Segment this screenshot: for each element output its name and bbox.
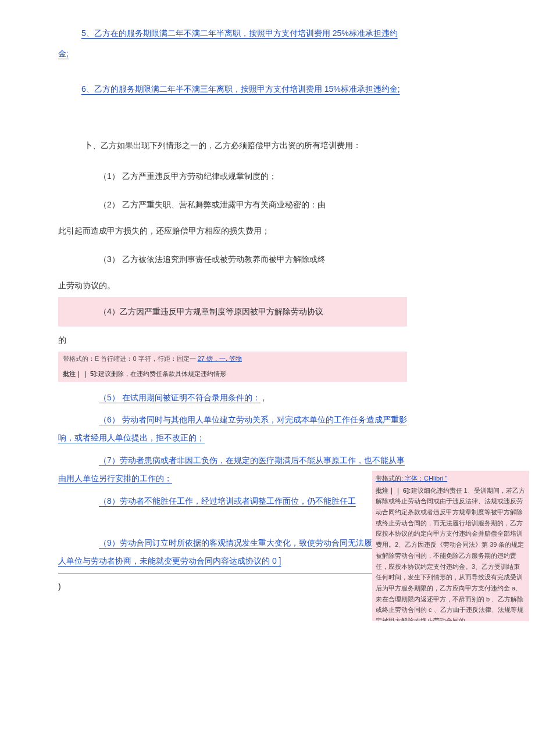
item-7: （7）劳动者患病或者非因工负伤，在规定的医疗期满后不能从事原工作，也不能从事由用… <box>58 456 405 483</box>
close-paren: ) <box>58 574 407 597</box>
item-9: （9）劳动合同订立时所依据的客观情况发生重大变化，致使劳动合同无法履行，经用人单… <box>58 538 405 565</box>
comment-sidebar: 带格式的: 字体：CHlibri " 批注｜｜ 6]:建议细化违约责任 1、受训… <box>372 471 529 621</box>
sidebar-comment-text: 建议细化违约责任 1、受训期间，若乙方解除或终止劳动合同或由于违反法律、法规或违… <box>376 487 525 621</box>
section-b-item-3a: （3） 乙方被依法追究刑事责任或被劳动教养而被甲方解除或终 <box>58 249 407 270</box>
sidebar-comment-6: 批注｜｜ 6]:建议细化违约责任 1、受训期间，若乙方解除或终止劳动合同或由于违… <box>376 485 526 621</box>
section-b-item-2a: （2） 乙方严重失职、营私舞弊或泄露甲方有关商业秘密的：由 <box>58 195 407 215</box>
sidebar-comment-label: 批注｜｜ 6]: <box>376 487 411 494</box>
clause-6-text: 6、乙方的服务期限满二年半不满三年离职，按照甲方支付培训费用 15%标准承担违约… <box>58 84 400 94</box>
sidebar-format-value: 字体：CHlibri " <box>403 475 447 482</box>
comment-5-label: 批注｜｜ 5]: <box>63 370 98 377</box>
sidebar-format-label: 带格式的: <box>376 475 403 482</box>
comment-5-text: 建议删除，在违约费任条款具体规定违约情形 <box>98 370 226 377</box>
clause-5: 5、乙方在的服务期限满二年不满二年半离职，按照甲方支付培训费用 25%标准承担违… <box>58 23 407 64</box>
sidebar-format-header: 带格式的: 字体：CHlibri " <box>376 473 526 485</box>
item-8: （8）劳动者不能胜任工作，经过培训或者调整工作面位，仍不能胜任工 <box>99 496 356 506</box>
clause-5-text: 5、乙方在的服务期限满二年不满二年半离职，按照甲方支付培训费用 25%标准承担违… <box>58 28 398 58</box>
section-b-item-4b: 的 <box>58 327 407 350</box>
format-middle: 首行缩进：0 字符，行距：固定一 <box>101 355 197 362</box>
section-b-item-4a: （4）乙方因严重违反甲方规章制度等原因被甲方解除劳动协议 <box>58 298 323 325</box>
comment-annotation-5: 批注｜｜ 5]:建议删除，在违约费任条款具体规定违约情形 <box>58 367 407 382</box>
format-link: 27 镑，一. 笠物 <box>198 355 242 362</box>
clause-6: 6、乙方的服务期限满二年半不满三年离职，按照甲方支付培训费用 15%标准承担违约… <box>58 79 407 99</box>
section-b-intro: 卜、乙方如果出现下列情形之一的，乙方必须赔偿甲方出资的所有培训费用： <box>58 135 407 156</box>
section-b-item-2b: 此引起而造成甲方损失的，还应赔偿甲方相应的损失费用； <box>58 221 407 241</box>
blue-items: （5） 在试用期间被证明不符合录用条件的： , （6） 劳动者同时与其他用人单位… <box>58 389 407 570</box>
format-prefix: 带格式的：E <box>63 355 101 362</box>
item-5: （5） 在试用期间被证明不符合录用条件的： <box>99 393 261 402</box>
format-annotation-1: 带格式的：E 首行缩进：0 字符，行距：固定一 27 镑，一. 笠物 <box>58 352 407 367</box>
item-6: （6） 劳动者同时与其他用人单位建立劳动关系，对完成本单位的工作任务造成严重影响… <box>58 415 407 442</box>
highlight-item-4a: （4）乙方因严重违反甲方规章制度等原因被甲方解除劳动协议 <box>58 297 407 327</box>
section-b-item-1: （1） 乙方严重违反甲方劳动纪律或规章制度的； <box>58 166 407 187</box>
section-b-item-3b: 止劳动协议的。 <box>58 275 407 296</box>
